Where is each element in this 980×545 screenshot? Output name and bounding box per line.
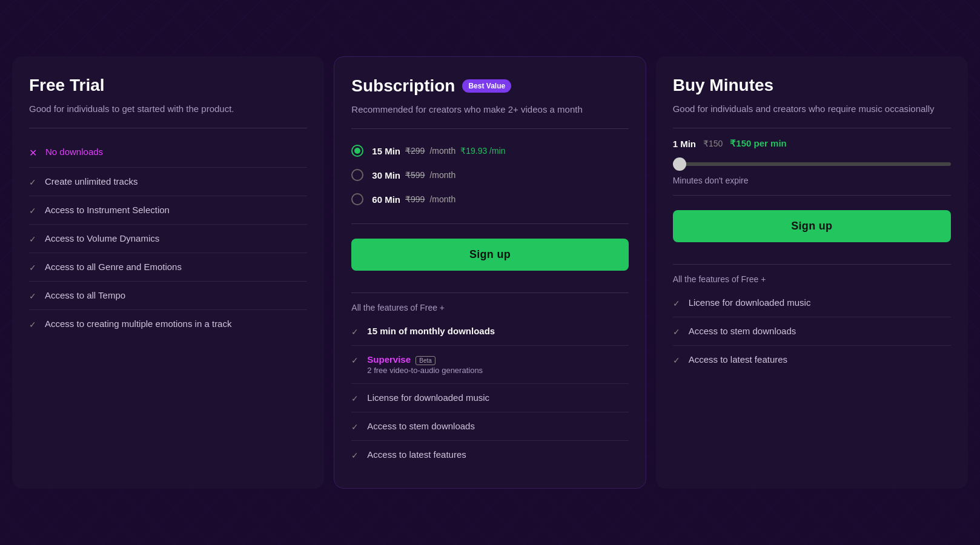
supervise-content: Supervise Beta 2 free video-to-audio gen… <box>367 354 483 375</box>
buy-divider-bottom <box>673 264 951 265</box>
feature-genre: ✓ Access to all Genre and Emotions <box>29 253 307 282</box>
feature-label: Access to all Genre and Emotions <box>45 262 182 272</box>
sub-feature-downloads: ✓ 15 min of monthly downloads <box>351 317 628 346</box>
subscription-title-text: Subscription <box>351 76 455 96</box>
check-icon-supervise: ✓ <box>351 355 359 365</box>
sub-divider-mid <box>351 223 628 224</box>
sub-latest-text: Access to latest features <box>367 449 466 460</box>
pricing-grid: Free Trial Good for individuals to get s… <box>12 56 968 489</box>
minutes-15: 15 Min <box>372 146 400 156</box>
buy-latest-text: Access to latest features <box>689 354 787 365</box>
buy-feature-list: ✓ License for downloaded music ✓ Access … <box>673 289 951 374</box>
feature-no-downloads: ✕ No downloads <box>29 138 307 168</box>
option-15min[interactable]: 15 Min ₹299 /month ₹19.93 /min <box>351 139 628 163</box>
sub-feature-license: ✓ License for downloaded music <box>351 384 628 412</box>
period-60: /month <box>429 194 455 204</box>
sub-license-text: License for downloaded music <box>367 392 489 403</box>
sub-feature-latest: ✓ Access to latest features <box>351 441 628 469</box>
cross-icon: ✕ <box>29 147 37 159</box>
buy-minutes-title: Buy Minutes <box>673 76 951 95</box>
free-trial-description: Good for individuals to get started with… <box>29 102 307 116</box>
sub-feature-supervise: ✓ Supervise Beta 2 free video-to-audio g… <box>351 346 628 384</box>
sub-divider-bottom <box>351 292 628 293</box>
radio-60min[interactable] <box>351 193 363 205</box>
period-30: /month <box>429 170 455 180</box>
buy-stem-text: Access to stem downloads <box>689 326 796 336</box>
check-icon-tempo: ✓ <box>29 291 36 301</box>
option-60min[interactable]: 60 Min ₹999 /month <box>351 187 628 211</box>
check-icon-sub-downloads: ✓ <box>351 327 359 337</box>
feature-unlimited-tracks: ✓ Create unlimited tracks <box>29 168 307 196</box>
buy-feature-license: ✓ License for downloaded music <box>673 289 951 317</box>
free-trial-title: Free Trial <box>29 76 307 95</box>
supervise-title-row: Supervise Beta <box>367 354 483 365</box>
subscription-description: Recommended for creators who make 2+ vid… <box>351 103 628 117</box>
check-icon-sub-license: ✓ <box>351 394 359 403</box>
sub-divider-top <box>351 128 628 129</box>
buy-minutes-card: Buy Minutes Good for individuals and cre… <box>656 56 968 489</box>
period-15: /month <box>429 146 455 156</box>
option-15min-text: 15 Min ₹299 /month ₹19.93 /min <box>372 146 505 156</box>
subscription-feature-list: ✓ 15 min of monthly downloads ✓ Supervis… <box>351 317 628 469</box>
supervise-label: Supervise <box>367 354 411 365</box>
price-599: ₹599 <box>405 170 425 180</box>
per-min-15: ₹19.93 /min <box>460 146 505 156</box>
buy-features-plus: All the features of Free + <box>673 274 951 284</box>
subscription-options: 15 Min ₹299 /month ₹19.93 /min 30 Min ₹5… <box>351 139 628 211</box>
buy-feature-stem: ✓ Access to stem downloads <box>673 317 951 346</box>
radio-30min[interactable] <box>351 169 363 181</box>
feature-volume: ✓ Access to Volume Dynamics <box>29 225 307 253</box>
buy-divider-top <box>673 128 951 128</box>
buy-minutes-description: Good for individuals and creators who re… <box>673 102 951 116</box>
sub-feature-stem: ✓ Access to stem downloads <box>351 412 628 441</box>
beta-badge: Beta <box>416 356 435 365</box>
minutes-slider-container <box>673 157 951 168</box>
minutes-slider[interactable] <box>673 162 951 166</box>
check-icon-instrument: ✓ <box>29 206 36 216</box>
feature-instrument: ✓ Access to Instrument Selection <box>29 196 307 225</box>
no-downloads-text: No downloads <box>45 147 103 157</box>
free-trial-card: Free Trial Good for individuals to get s… <box>12 56 324 489</box>
buy-minutes-signup-button[interactable]: Sign up <box>673 210 951 242</box>
check-icon-buy-stem: ✓ <box>673 327 680 337</box>
free-divider <box>29 128 307 128</box>
feature-label: Access to creating multiple emotions in … <box>45 319 231 329</box>
free-feature-list: ✕ No downloads ✓ Create unlimited tracks… <box>29 138 307 338</box>
subscription-signup-button[interactable]: Sign up <box>351 239 628 271</box>
buy-price-strikethrough: ₹150 <box>703 139 723 148</box>
buy-divider-mid <box>673 195 951 196</box>
price-299: ₹299 <box>405 146 425 156</box>
price-999: ₹999 <box>405 194 425 204</box>
buy-per-min: ₹150 per min <box>730 138 786 149</box>
buy-price-row: 1 Min ₹150 ₹150 per min <box>673 138 951 149</box>
best-value-badge: Best Value <box>462 79 511 93</box>
feature-label: Access to all Tempo <box>45 290 125 300</box>
radio-15min[interactable] <box>351 145 363 157</box>
minutes-expire-note: Minutes don't expire <box>673 176 951 185</box>
feature-label: Access to Volume Dynamics <box>45 233 159 243</box>
check-icon-genre: ✓ <box>29 263 36 272</box>
check-icon-buy-license: ✓ <box>673 299 680 308</box>
check-icon-unlimited: ✓ <box>29 177 36 187</box>
sub-features-plus: All the features of Free + <box>351 303 628 312</box>
subscription-title: Subscription Best Value <box>351 76 628 96</box>
sub-downloads-text: 15 min of monthly downloads <box>367 326 495 336</box>
option-60min-text: 60 Min ₹999 /month <box>372 194 455 205</box>
minutes-60: 60 Min <box>372 194 400 205</box>
buy-license-text: License for downloaded music <box>689 297 811 308</box>
sub-stem-text: Access to stem downloads <box>367 421 475 431</box>
option-30min-text: 30 Min ₹599 /month <box>372 170 455 180</box>
check-icon-emotions: ✓ <box>29 320 36 329</box>
check-icon-sub-stem: ✓ <box>351 422 359 432</box>
subscription-card: Subscription Best Value Recommended for … <box>334 56 646 489</box>
check-icon-buy-latest: ✓ <box>673 355 680 365</box>
check-icon-sub-latest: ✓ <box>351 451 359 460</box>
feature-emotions: ✓ Access to creating multiple emotions i… <box>29 310 307 338</box>
buy-feature-latest: ✓ Access to latest features <box>673 346 951 374</box>
minutes-30: 30 Min <box>372 170 400 180</box>
check-icon-volume: ✓ <box>29 234 36 244</box>
feature-tempo: ✓ Access to all Tempo <box>29 282 307 310</box>
feature-label: Access to Instrument Selection <box>45 205 170 215</box>
buy-minutes-amount: 1 Min <box>673 139 696 149</box>
option-30min[interactable]: 30 Min ₹599 /month <box>351 163 628 187</box>
